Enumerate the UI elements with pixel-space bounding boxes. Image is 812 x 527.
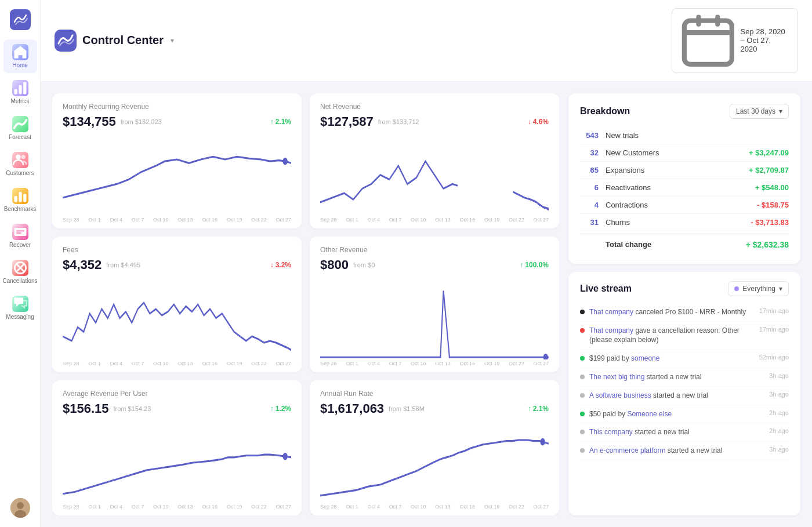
net-revenue-value-row: $127,587 from $133,712 ↓ 4.6% — [320, 114, 549, 129]
customers-icon — [12, 152, 28, 168]
stream-dot-icon — [580, 448, 585, 453]
sidebar-item-messaging[interactable]: Messaging — [3, 291, 37, 325]
svg-rect-1 — [14, 89, 17, 95]
sidebar-item-customers[interactable]: Customers — [3, 147, 37, 181]
svg-point-23 — [540, 438, 545, 445]
other-revenue-chart — [320, 277, 549, 359]
sidebar-item-metrics[interactable]: Metrics — [3, 75, 37, 109]
arpu-up-arrow-icon: ↑ — [270, 405, 274, 413]
list-item: That company gave a cancellation reason:… — [580, 322, 789, 350]
sidebar-item-forecast-label: Forecast — [9, 134, 31, 140]
churns-amount: - $3,713.83 — [751, 218, 789, 227]
dashboard-body: Monthly Recurring Revenue $134,755 from … — [41, 82, 812, 527]
mrr-title: Monthly Recurring Revenue — [63, 103, 291, 111]
arr-title: Annual Run Rate — [320, 390, 549, 398]
sidebar-item-recover-label: Recover — [9, 242, 31, 248]
arr-up-arrow-icon: ↑ — [528, 405, 531, 413]
svg-rect-18 — [696, 14, 701, 27]
customers-label: New Customers — [606, 148, 749, 157]
messaging-icon — [12, 296, 28, 312]
calendar-icon — [680, 13, 736, 68]
stream-dot-icon — [580, 412, 585, 416]
net-revenue-card: Net Revenue $127,587 from $133,712 ↓ 4.6… — [310, 93, 559, 228]
fees-value-row: $4,352 from $4,495 ↓ 3.2% — [63, 257, 291, 272]
fees-title: Fees — [63, 246, 291, 254]
arpu-value-row: $156.15 from $154.23 ↑ 1.2% — [63, 401, 291, 416]
other-revenue-value-row: $800 from $0 ↑ 100.0% — [320, 257, 549, 272]
recover-icon — [12, 224, 28, 240]
sidebar-item-home[interactable]: Home — [3, 39, 37, 73]
stream-time: 3h ago — [769, 372, 789, 379]
livestream-title: Live stream — [580, 284, 632, 294]
stream-time: 3h ago — [769, 446, 789, 453]
header-left: Control Center ▾ — [55, 30, 174, 52]
trials-count: 543 — [580, 131, 599, 140]
stream-dot-icon — [580, 328, 585, 333]
livestream-card: Live stream Everything ▾ That company ca… — [568, 272, 800, 515]
mrr-from: from $132,023 — [121, 118, 162, 125]
other-revenue-value: $800 — [320, 257, 349, 272]
arpu-title: Average Revenue Per User — [63, 390, 291, 398]
breakdown-row-reactivations: 6 Reactivations + $548.00 — [580, 179, 789, 197]
arpu-from: from $154.23 — [114, 405, 151, 412]
list-item: $199 paid by someone 52min ago — [580, 350, 789, 368]
sidebar-item-messaging-label: Messaging — [6, 314, 34, 320]
contractions-count: 4 — [580, 201, 599, 209]
mrr-dates: Sep 28Oct 1Oct 4Oct 7Oct 10Oct 13Oct 16O… — [63, 217, 291, 223]
sidebar-item-customers-label: Customers — [6, 170, 34, 176]
stream-text: $199 paid by someone — [589, 354, 755, 364]
svg-rect-11 — [16, 232, 21, 234]
stream-dot-icon — [580, 375, 585, 379]
net-revenue-badge: ↓ 4.6% — [528, 118, 549, 126]
net-revenue-from: from $133,712 — [378, 118, 419, 125]
breakdown-total-row: Total change + $2,632.38 — [580, 234, 789, 253]
sidebar: Home Metrics Forecast Customers — [0, 0, 41, 527]
page-title: Control Center — [82, 34, 164, 47]
stream-time: 2h ago — [769, 409, 789, 416]
stream-text: That company gave a cancellation reason:… — [589, 326, 755, 346]
breakdown-row-customers: 32 New Customers + $3,247.09 — [580, 144, 789, 162]
expansions-amount: + $2,709.87 — [749, 166, 789, 175]
header: Control Center ▾ Sep 28, 2020 – Oct 27, … — [41, 0, 812, 82]
sidebar-item-forecast[interactable]: Forecast — [3, 111, 37, 145]
list-item: That company canceled Pro $100 - MRR - M… — [580, 303, 789, 322]
arr-value: $1,617,063 — [320, 401, 384, 416]
stream-text: This company started a new trial — [589, 427, 764, 437]
app-logo[interactable] — [10, 9, 31, 30]
fees-from: from $4,495 — [106, 261, 140, 268]
stream-text: A software business started a new trial — [589, 391, 764, 401]
list-item: The next big thing started a new trial 3… — [580, 368, 789, 387]
net-revenue-dates: Sep 28Oct 1Oct 4Oct 7Oct 10Oct 13Oct 16O… — [320, 217, 549, 223]
breakdown-period-select[interactable]: Last 30 days ▾ — [730, 104, 789, 119]
sidebar-item-recover[interactable]: Recover — [3, 219, 37, 253]
mrr-value-row: $134,755 from $132,023 ↑ 2.1% — [63, 114, 291, 129]
stream-text: The next big thing started a new trial — [589, 372, 764, 382]
sidebar-item-benchmarks[interactable]: Benchmarks — [3, 183, 37, 217]
main-content: Control Center ▾ Sep 28, 2020 – Oct 27, … — [41, 0, 812, 527]
stream-text: $50 paid by Someone else — [589, 409, 764, 419]
fees-chart — [63, 277, 291, 359]
customers-count: 32 — [580, 148, 599, 157]
header-logo — [55, 30, 77, 52]
total-label: Total change — [606, 240, 746, 249]
breakdown-row-expansions: 65 Expansions + $2,709.87 — [580, 162, 789, 179]
stream-dot-icon — [580, 356, 585, 361]
other-revenue-badge: ↑ 100.0% — [520, 261, 549, 269]
up-arrow-icon: ↑ — [270, 118, 274, 126]
sidebar-item-benchmarks-label: Benchmarks — [4, 206, 37, 212]
sidebar-item-cancellations[interactable]: Cancellations — [3, 255, 37, 289]
title-chevron-icon[interactable]: ▾ — [171, 37, 174, 45]
svg-point-21 — [543, 354, 548, 359]
stream-text: An e-commerce platform started a new tri… — [589, 446, 764, 456]
date-range-button[interactable]: Sep 28, 2020 – Oct 27, 2020 — [672, 8, 798, 73]
mrr-value: $134,755 — [63, 114, 116, 129]
cancellations-icon — [12, 260, 28, 276]
total-amount: + $2,632.38 — [746, 240, 789, 249]
breakdown-card: Breakdown Last 30 days ▾ 543 New trials … — [568, 93, 800, 264]
livestream-filter-button[interactable]: Everything ▾ — [728, 281, 789, 296]
sidebar-item-metrics-label: Metrics — [10, 98, 29, 104]
svg-rect-19 — [715, 14, 720, 27]
user-avatar[interactable] — [10, 498, 30, 518]
arr-badge: ↑ 2.1% — [528, 405, 549, 413]
svg-rect-17 — [684, 21, 732, 64]
